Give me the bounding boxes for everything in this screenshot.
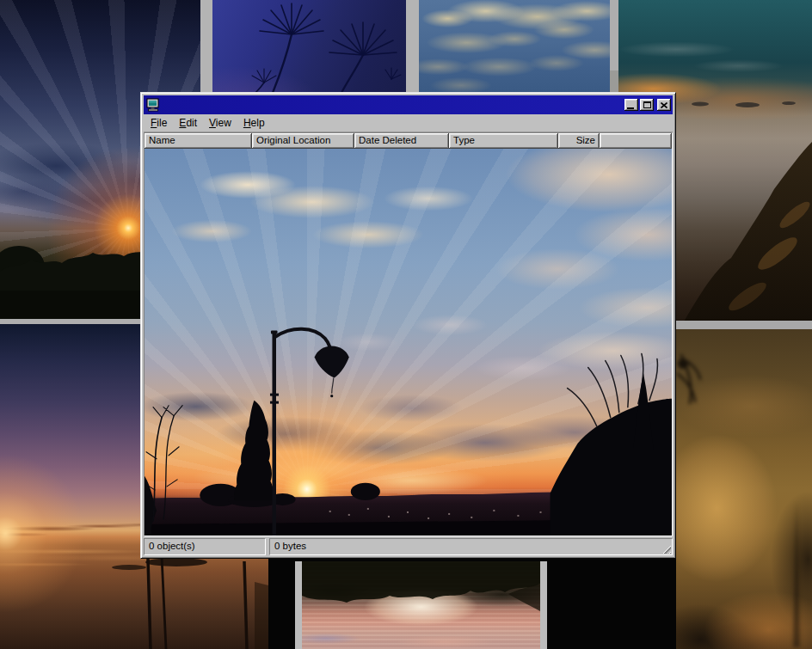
column-header-size[interactable]: Size bbox=[558, 133, 600, 149]
resize-grip[interactable] bbox=[661, 543, 671, 554]
menu-view[interactable]: View bbox=[203, 115, 237, 132]
tile-border bbox=[540, 561, 547, 649]
photo-tile-cloud-sky bbox=[419, 0, 610, 93]
tile-border bbox=[200, 0, 212, 93]
cypress-tree-silhouette bbox=[234, 401, 274, 500]
column-header-date-deleted[interactable]: Date Deleted bbox=[354, 133, 449, 149]
maximize-icon bbox=[643, 101, 651, 108]
photo-tile-plant-silhouette bbox=[212, 0, 406, 93]
status-bar: 0 object(s) 0 bytes bbox=[144, 538, 673, 555]
column-header-blank[interactable] bbox=[600, 133, 672, 149]
photo-tile-golden-blur bbox=[676, 329, 812, 649]
recycle-bin-window: File Edit View Help Name Original Locati… bbox=[140, 92, 676, 559]
status-objects: 0 object(s) bbox=[144, 538, 266, 555]
menu-edit[interactable]: Edit bbox=[173, 115, 203, 132]
tile-border bbox=[295, 561, 302, 649]
list-view-content-sunset-photo[interactable] bbox=[145, 149, 672, 536]
close-icon bbox=[661, 102, 667, 108]
tile-border bbox=[406, 0, 419, 93]
window-controls bbox=[624, 99, 671, 111]
minimize-button[interactable] bbox=[624, 99, 638, 111]
tree-reflection-silhouette bbox=[302, 561, 540, 649]
menu-bar: File Edit View Help bbox=[144, 114, 673, 132]
list-view: Name Original Location Date Deleted Type… bbox=[144, 132, 673, 536]
status-bytes-panel: 0 bytes bbox=[269, 538, 673, 555]
photo-tile-water-reflection bbox=[302, 561, 540, 649]
column-header-name[interactable]: Name bbox=[145, 133, 252, 149]
tile-border bbox=[676, 321, 812, 329]
column-headers: Name Original Location Date Deleted Type… bbox=[145, 133, 672, 149]
status-bytes: 0 bytes bbox=[274, 541, 306, 551]
column-header-original-location[interactable]: Original Location bbox=[252, 133, 354, 149]
menu-file[interactable]: File bbox=[145, 115, 173, 132]
maximize-button[interactable] bbox=[640, 99, 654, 111]
computer-icon bbox=[146, 98, 160, 112]
sunset-photo-silhouettes bbox=[145, 149, 672, 536]
close-button[interactable] bbox=[657, 99, 671, 111]
window-titlebar[interactable] bbox=[144, 95, 673, 114]
right-trees-silhouette bbox=[551, 354, 672, 536]
column-header-type[interactable]: Type bbox=[449, 133, 558, 149]
blurred-branch-silhouette bbox=[676, 329, 812, 649]
umbel-plant-silhouette bbox=[212, 0, 406, 93]
menu-help[interactable]: Help bbox=[237, 115, 271, 132]
minimize-icon bbox=[627, 107, 634, 109]
